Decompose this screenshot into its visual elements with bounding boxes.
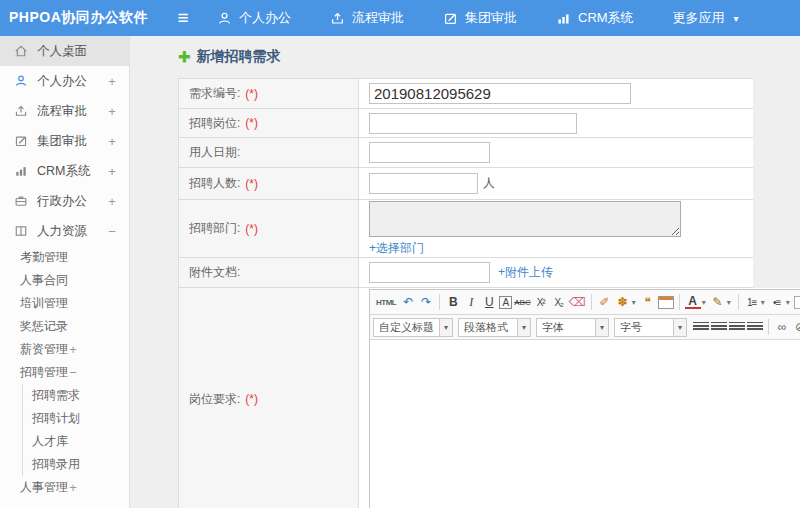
align-left-icon[interactable]: [693, 322, 709, 332]
auto-typeset-icon[interactable]: ✽: [615, 294, 631, 311]
nav-group-approval[interactable]: 集团审批: [428, 0, 541, 36]
font-family-select[interactable]: 字体 ▾: [536, 318, 609, 337]
menu-toggle-icon[interactable]: ≡: [168, 7, 198, 29]
sidebar-item-admin-office[interactable]: 行政办公 +: [0, 186, 129, 216]
superscript-icon[interactable]: X²: [533, 294, 549, 311]
nav-item-label: 流程审批: [352, 9, 404, 27]
nav-item-label: 集团审批: [465, 9, 517, 27]
paste-plain-icon[interactable]: [658, 296, 674, 309]
sidebar-item-icon: [14, 134, 28, 148]
format-painter-icon[interactable]: ✐: [597, 294, 613, 311]
date-input[interactable]: [369, 142, 490, 163]
expand-toggle-icon[interactable]: +: [68, 480, 78, 495]
nav-personal-office[interactable]: 个人办公: [202, 0, 315, 36]
sidebar-item-icon: [14, 104, 28, 118]
expand-toggle-icon[interactable]: −: [68, 365, 78, 380]
sidebar-item-attendance[interactable]: 考勤管理: [0, 246, 129, 269]
ordered-list-icon[interactable]: 1≡: [744, 294, 760, 311]
sidebar-item-personal-office[interactable]: 个人办公 +: [0, 66, 129, 96]
date-label: 用人日期:: [189, 144, 240, 161]
dept-textarea[interactable]: [369, 201, 681, 237]
font-border-icon[interactable]: A: [499, 296, 512, 309]
sidebar-item-recruit-hire[interactable]: 招聘录用: [23, 453, 129, 476]
ordered-list-caret[interactable]: ▾: [759, 294, 767, 311]
html-source-button[interactable]: HTML: [374, 294, 398, 311]
expand-toggle-icon[interactable]: +: [107, 134, 117, 149]
align-justify-icon[interactable]: [747, 322, 763, 332]
highlight-icon[interactable]: ✎: [710, 294, 726, 311]
nav-more-apps[interactable]: 更多应用 ▾: [658, 0, 754, 36]
sidebar-item-label: 流程审批: [37, 103, 107, 120]
strikethrough-icon[interactable]: ABC: [514, 294, 530, 311]
undo-icon[interactable]: ↶: [400, 294, 416, 311]
sidebar-item-recruit-mgmt[interactable]: 招聘管理 −: [0, 361, 129, 384]
new-page-icon[interactable]: [794, 296, 800, 309]
link-icon[interactable]: ∞: [774, 319, 790, 336]
expand-toggle-icon[interactable]: −: [107, 224, 117, 239]
sidebar-item-recruit-demand[interactable]: 招聘需求: [23, 384, 129, 407]
highlight-caret[interactable]: ▾: [725, 294, 733, 311]
font-color-icon[interactable]: A: [685, 295, 701, 309]
sidebar-item-recruit-plan[interactable]: 招聘计划: [23, 407, 129, 430]
sidebar-item-label: 集团审批: [37, 133, 107, 150]
expand-toggle-icon[interactable]: +: [107, 74, 117, 89]
nav-item-icon: [217, 11, 232, 26]
unordered-list-caret[interactable]: ▾: [784, 294, 792, 311]
page-title-text: 新增招聘需求: [197, 48, 281, 66]
paragraph-format-select[interactable]: 段落格式 ▾: [458, 318, 531, 337]
expand-toggle-icon[interactable]: +: [68, 342, 78, 357]
select-dept-link[interactable]: +选择部门: [369, 240, 424, 257]
font-size-select[interactable]: 字号 ▾: [614, 318, 687, 337]
nav-crm-system[interactable]: CRM系统: [541, 0, 658, 36]
sidebar-item-reward-punish[interactable]: 奖惩记录: [0, 315, 129, 338]
nav-workflow-approval[interactable]: 流程审批: [315, 0, 428, 36]
italic-icon[interactable]: I: [463, 294, 479, 311]
auto-typeset-caret[interactable]: ▾: [630, 294, 638, 311]
sidebar-item-label: 培训管理: [20, 295, 68, 312]
font-color-caret[interactable]: ▾: [700, 294, 708, 311]
sidebar-item-human-resources[interactable]: 人力资源 −: [0, 216, 129, 246]
sidebar-item-label: 薪资管理: [20, 341, 68, 358]
position-input[interactable]: [369, 113, 577, 134]
sidebar-item-hr-contract[interactable]: 人事合同: [0, 269, 129, 292]
editor-toolbar-row2: 自定义标题 ▾ 段落格式 ▾ 字体: [370, 315, 800, 340]
sidebar-item-icon: [14, 194, 28, 208]
code-input[interactable]: [369, 83, 631, 104]
required-mark: (*): [245, 116, 258, 130]
requirement-label: 岗位要求:: [189, 391, 240, 408]
attach-input[interactable]: [369, 262, 490, 283]
redo-icon[interactable]: ↷: [418, 294, 434, 311]
dept-label: 招聘部门:: [189, 220, 240, 237]
expand-toggle-icon[interactable]: +: [107, 194, 117, 209]
align-center-icon[interactable]: [711, 322, 727, 332]
sidebar-item-talent-pool[interactable]: 人才库: [23, 430, 129, 453]
dropdown-label: 自定义标题: [374, 320, 439, 335]
sidebar-item-group-approval[interactable]: 集团审批 +: [0, 126, 129, 156]
expand-toggle-icon[interactable]: +: [107, 104, 117, 119]
bold-icon[interactable]: B: [445, 294, 461, 311]
attach-upload-link[interactable]: +附件上传: [498, 264, 553, 281]
sidebar-item-crm-system[interactable]: CRM系统 +: [0, 156, 129, 186]
editor-content[interactable]: [370, 340, 800, 508]
form-row-attach: 附件文档: +附件上传: [179, 258, 753, 288]
eraser-icon[interactable]: ⌫: [569, 294, 586, 311]
heading-select[interactable]: 自定义标题 ▾: [373, 318, 453, 337]
caret-down-icon: ▾: [734, 13, 739, 24]
unlink-icon[interactable]: ⊘: [792, 319, 800, 336]
sidebar-item-training[interactable]: 培训管理: [0, 292, 129, 315]
nav-item-icon: [443, 11, 458, 26]
editor-dropdowns: 自定义标题 ▾ 段落格式 ▾ 字体: [373, 318, 692, 337]
underline-icon[interactable]: U: [481, 294, 497, 311]
align-right-icon[interactable]: [729, 322, 745, 332]
subscript-icon[interactable]: X₂: [551, 294, 567, 311]
blockquote-icon[interactable]: ❝: [640, 294, 656, 311]
sidebar-item-workflow-approval[interactable]: 流程审批 +: [0, 96, 129, 126]
sidebar-item-salary[interactable]: 薪资管理 +: [0, 338, 129, 361]
sidebar-item-label: 个人桌面: [37, 43, 107, 60]
expand-toggle-icon[interactable]: +: [107, 164, 117, 179]
rich-text-editor: HTML ↶ ↷ B I U A: [369, 289, 800, 508]
count-input[interactable]: [369, 173, 478, 194]
unordered-list-icon[interactable]: •≡: [769, 294, 785, 311]
sidebar-item-hr-management[interactable]: 人事管理 +: [0, 476, 129, 499]
sidebar-item-desktop[interactable]: 个人桌面: [0, 36, 129, 66]
